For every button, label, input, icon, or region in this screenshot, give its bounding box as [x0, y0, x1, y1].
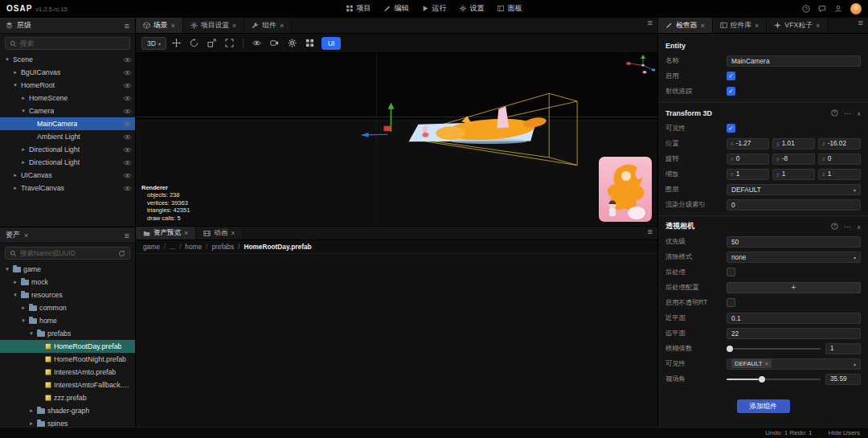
breadcrumb-item[interactable]: prefabs [202, 243, 234, 251]
viewport-settings-icon[interactable] [285, 37, 300, 50]
visible-checkbox[interactable] [727, 124, 735, 133]
breadcrumb-item[interactable]: home [175, 243, 202, 251]
near-plane-input[interactable]: 0.1 [727, 313, 861, 324]
asset-node[interactable]: InterestAmto.prefab [0, 366, 135, 379]
enabled-checkbox[interactable] [727, 72, 735, 80]
asset-node[interactable]: mock [0, 276, 135, 289]
assets-search-input[interactable] [20, 249, 115, 257]
panel-menu-icon[interactable] [648, 18, 653, 33]
expand-arrow-icon[interactable] [12, 172, 18, 178]
asset-node[interactable]: InterestAmtoFallback.prefab [0, 379, 135, 391]
add-component-button[interactable]: 添加组件 [737, 399, 790, 413]
refresh-icon[interactable] [118, 250, 125, 257]
expand-arrow-icon[interactable] [28, 330, 35, 337]
remove-tag-icon[interactable] [765, 360, 769, 367]
visibility-eye-icon[interactable] [123, 159, 132, 166]
tab-inspector[interactable]: 检查器 [658, 18, 713, 33]
position-z-input[interactable]: z-16.02 [818, 138, 861, 149]
close-tab-icon[interactable] [700, 22, 704, 30]
panel-menu-icon[interactable] [125, 21, 129, 31]
hierarchy-node[interactable]: HomeScene [0, 92, 135, 104]
scale-y-input[interactable]: y1 [772, 169, 815, 180]
expand-arrow-icon[interactable] [20, 95, 27, 101]
ui-mode-button[interactable]: UI [321, 37, 342, 50]
expand-arrow-icon[interactable] [28, 420, 35, 427]
tab-animation[interactable]: 动画 [196, 227, 243, 239]
slider-handle[interactable] [759, 376, 765, 383]
position-x-input[interactable]: x-1.27 [727, 138, 769, 149]
collapse-icon[interactable] [857, 223, 861, 231]
expand-arrow-icon[interactable] [12, 185, 18, 191]
visibility-eye-icon[interactable] [123, 172, 132, 179]
visibility-eye-icon[interactable] [123, 121, 132, 128]
expand-arrow-icon[interactable] [28, 407, 35, 414]
post-process-checkbox[interactable] [727, 268, 735, 276]
gizmo-visibility-icon[interactable] [249, 37, 264, 50]
hierarchy-node[interactable]: Scene [0, 53, 135, 66]
visibility-eye-icon[interactable] [123, 69, 132, 76]
projection-mode-button[interactable]: 3D [141, 37, 166, 50]
asset-node[interactable]: common [0, 301, 135, 314]
hierarchy-node[interactable]: UICanvas [0, 169, 135, 182]
breadcrumb-item[interactable]: ... [160, 243, 175, 251]
far-plane-input[interactable]: 22 [727, 328, 861, 339]
hierarchy-node[interactable]: Directional Light [0, 156, 135, 169]
opaque-rt-checkbox[interactable] [727, 298, 735, 307]
menu-run[interactable]: 运行 [422, 3, 447, 14]
visibility-tag[interactable]: DEFAULT [731, 359, 772, 368]
hierarchy-node[interactable]: Camera [0, 104, 135, 117]
more-options-icon[interactable] [844, 223, 851, 231]
expand-arrow-icon[interactable] [20, 159, 27, 166]
expand-arrow-icon[interactable] [20, 317, 27, 324]
tab-asset-preview[interactable]: 资产预览 [136, 227, 196, 239]
asset-node[interactable]: prefabs [0, 327, 135, 340]
close-tab-icon[interactable] [24, 231, 28, 239]
more-options-icon[interactable] [844, 109, 851, 117]
expand-arrow-icon[interactable] [12, 82, 18, 88]
priority-input[interactable]: 50 [727, 236, 861, 248]
asset-node[interactable]: spines [0, 417, 135, 427]
help-icon[interactable] [802, 5, 810, 13]
menu-edit[interactable]: 编辑 [384, 3, 409, 14]
close-tab-icon[interactable] [184, 229, 188, 237]
feedback-chat-icon[interactable] [818, 5, 826, 13]
asset-node[interactable]: zzz.prefab [0, 391, 135, 404]
expand-arrow-icon[interactable] [4, 266, 10, 272]
layer-select[interactable]: DEFAULT [727, 184, 861, 195]
hierarchy-node[interactable]: TravelCanvas [0, 182, 135, 194]
breadcrumb-item[interactable]: HomeRootDay.prefab [234, 243, 312, 251]
visibility-eye-icon[interactable] [123, 108, 132, 115]
user-icon[interactable] [834, 5, 842, 13]
scene-model-fish[interactable] [408, 106, 547, 144]
expand-arrow-icon[interactable] [20, 146, 27, 153]
expand-arrow-icon[interactable] [12, 69, 18, 76]
rotation-y-input[interactable]: y-8 [772, 154, 815, 165]
asset-node[interactable]: game [0, 263, 135, 276]
camera-preview-icon[interactable] [267, 37, 282, 50]
raycast-checkbox[interactable] [727, 87, 735, 96]
scale-z-input[interactable]: z1 [818, 169, 861, 180]
help-icon[interactable] [831, 223, 838, 230]
scene-viewport-canvas[interactable] [136, 53, 657, 226]
close-tab-icon[interactable] [755, 22, 759, 30]
hierarchy-node[interactable]: Ambient Light [0, 130, 135, 143]
close-tab-icon[interactable] [171, 22, 175, 30]
hide-users-button[interactable]: Hide Users [828, 429, 860, 436]
slider-handle[interactable] [727, 346, 733, 352]
rotate-tool-icon[interactable] [186, 37, 202, 50]
stats-toggle-icon[interactable] [302, 37, 317, 50]
tab-vfx-particles[interactable]: VFX粒子 [767, 18, 828, 33]
hierarchy-node[interactable]: HomeRoot [0, 79, 135, 92]
rotation-z-input[interactable]: z0 [818, 154, 861, 165]
menu-settings[interactable]: 设置 [460, 3, 485, 14]
panel-menu-icon[interactable] [648, 227, 653, 239]
move-tool-icon[interactable] [169, 37, 184, 50]
rect-tool-icon[interactable] [222, 37, 237, 50]
render-index-input[interactable]: 0 [727, 199, 861, 211]
fov-slider[interactable] [727, 374, 821, 385]
scene-viewport[interactable]: Renderer objects: 238 vertices: 39363 tr… [136, 53, 657, 226]
visibility-eye-icon[interactable] [123, 133, 132, 141]
close-tab-icon[interactable] [816, 22, 820, 30]
close-tab-icon[interactable] [232, 22, 236, 30]
visibility-eye-icon[interactable] [123, 95, 132, 102]
